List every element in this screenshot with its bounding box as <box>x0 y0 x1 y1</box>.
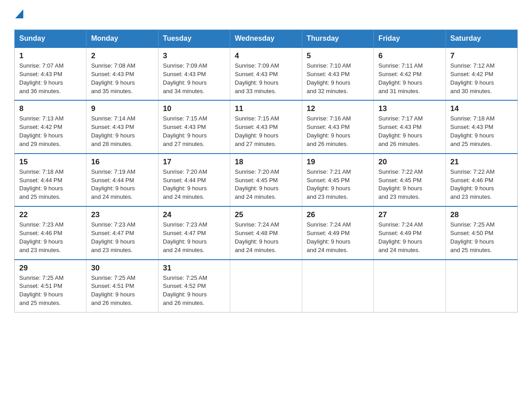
calendar-cell: 12 Sunrise: 7:16 AMSunset: 4:43 PMDaylig… <box>302 100 373 153</box>
calendar-cell: 8 Sunrise: 7:13 AMSunset: 4:42 PMDayligh… <box>15 100 86 153</box>
logo-triangle-icon <box>15 9 23 20</box>
calendar-cell: 25 Sunrise: 7:24 AMSunset: 4:48 PMDaylig… <box>230 206 302 259</box>
calendar-day-header: Tuesday <box>158 30 230 48</box>
calendar-cell: 23 Sunrise: 7:23 AMSunset: 4:47 PMDaylig… <box>86 206 158 259</box>
day-number: 29 <box>19 264 82 273</box>
calendar-cell: 24 Sunrise: 7:23 AMSunset: 4:47 PMDaylig… <box>158 206 230 259</box>
day-number: 24 <box>163 210 225 219</box>
calendar-table: SundayMondayTuesdayWednesdayThursdayFrid… <box>14 30 518 313</box>
calendar-day-header: Thursday <box>302 30 373 48</box>
calendar-cell: 30 Sunrise: 7:25 AMSunset: 4:51 PMDaylig… <box>86 260 158 313</box>
day-number: 7 <box>450 51 513 60</box>
day-info: Sunrise: 7:24 AMSunset: 4:49 PMDaylight:… <box>378 221 423 253</box>
day-number: 17 <box>163 158 225 167</box>
calendar-cell <box>374 260 446 313</box>
day-info: Sunrise: 7:22 AMSunset: 4:46 PMDaylight:… <box>450 168 495 201</box>
calendar-cell: 7 Sunrise: 7:12 AMSunset: 4:42 PMDayligh… <box>446 47 517 100</box>
calendar-cell: 13 Sunrise: 7:17 AMSunset: 4:43 PMDaylig… <box>374 100 446 153</box>
day-number: 2 <box>91 51 153 60</box>
day-number: 1 <box>19 51 82 60</box>
day-info: Sunrise: 7:19 AMSunset: 4:44 PMDaylight:… <box>91 168 135 201</box>
day-number: 20 <box>378 158 441 167</box>
day-info: Sunrise: 7:08 AMSunset: 4:43 PMDaylight:… <box>91 62 135 94</box>
day-number: 30 <box>91 264 153 273</box>
calendar-cell: 22 Sunrise: 7:23 AMSunset: 4:46 PMDaylig… <box>15 206 86 259</box>
calendar-week-row: 15 Sunrise: 7:18 AMSunset: 4:44 PMDaylig… <box>15 154 518 206</box>
calendar-day-header: Wednesday <box>230 30 302 48</box>
day-number: 10 <box>163 104 225 113</box>
day-number: 11 <box>235 104 297 113</box>
day-number: 9 <box>91 104 153 113</box>
calendar-day-header: Saturday <box>446 30 517 48</box>
calendar-cell: 31 Sunrise: 7:25 AMSunset: 4:52 PMDaylig… <box>158 260 230 313</box>
calendar-header-row: SundayMondayTuesdayWednesdayThursdayFrid… <box>15 30 518 48</box>
day-info: Sunrise: 7:14 AMSunset: 4:43 PMDaylight:… <box>91 115 135 147</box>
day-info: Sunrise: 7:25 AMSunset: 4:52 PMDaylight:… <box>163 274 207 307</box>
day-number: 16 <box>91 158 153 167</box>
calendar-cell: 20 Sunrise: 7:22 AMSunset: 4:45 PMDaylig… <box>374 154 446 206</box>
day-info: Sunrise: 7:25 AMSunset: 4:50 PMDaylight:… <box>450 221 495 253</box>
day-info: Sunrise: 7:25 AMSunset: 4:51 PMDaylight:… <box>19 274 64 307</box>
day-info: Sunrise: 7:18 AMSunset: 4:43 PMDaylight:… <box>450 115 495 147</box>
calendar-day-header: Monday <box>86 30 158 48</box>
calendar-cell: 9 Sunrise: 7:14 AMSunset: 4:43 PMDayligh… <box>86 100 158 153</box>
day-info: Sunrise: 7:23 AMSunset: 4:46 PMDaylight:… <box>19 221 64 253</box>
calendar-cell: 10 Sunrise: 7:15 AMSunset: 4:43 PMDaylig… <box>158 100 230 153</box>
day-number: 14 <box>450 104 513 113</box>
calendar-day-header: Friday <box>374 30 446 48</box>
day-number: 4 <box>235 51 297 60</box>
day-number: 27 <box>378 210 441 219</box>
day-info: Sunrise: 7:20 AMSunset: 4:44 PMDaylight:… <box>163 168 207 201</box>
calendar-cell: 29 Sunrise: 7:25 AMSunset: 4:51 PMDaylig… <box>15 260 86 313</box>
calendar-cell: 21 Sunrise: 7:22 AMSunset: 4:46 PMDaylig… <box>446 154 517 206</box>
day-number: 15 <box>19 158 82 167</box>
calendar-cell: 28 Sunrise: 7:25 AMSunset: 4:50 PMDaylig… <box>446 206 517 259</box>
calendar-cell: 19 Sunrise: 7:21 AMSunset: 4:45 PMDaylig… <box>302 154 373 206</box>
day-number: 5 <box>307 51 369 60</box>
day-info: Sunrise: 7:09 AMSunset: 4:43 PMDaylight:… <box>163 62 207 94</box>
day-number: 31 <box>163 264 225 273</box>
calendar-week-row: 29 Sunrise: 7:25 AMSunset: 4:51 PMDaylig… <box>15 260 518 313</box>
calendar-cell: 11 Sunrise: 7:15 AMSunset: 4:43 PMDaylig… <box>230 100 302 153</box>
logo <box>14 11 23 21</box>
day-number: 8 <box>19 104 82 113</box>
day-info: Sunrise: 7:24 AMSunset: 4:49 PMDaylight:… <box>307 221 351 253</box>
day-number: 19 <box>307 158 369 167</box>
day-info: Sunrise: 7:12 AMSunset: 4:42 PMDaylight:… <box>450 62 495 94</box>
svg-marker-0 <box>15 9 23 18</box>
calendar-cell: 14 Sunrise: 7:18 AMSunset: 4:43 PMDaylig… <box>446 100 517 153</box>
day-number: 22 <box>19 210 82 219</box>
day-number: 28 <box>450 210 513 219</box>
day-info: Sunrise: 7:25 AMSunset: 4:51 PMDaylight:… <box>91 274 135 307</box>
calendar-cell: 16 Sunrise: 7:19 AMSunset: 4:44 PMDaylig… <box>86 154 158 206</box>
calendar-cell: 5 Sunrise: 7:10 AMSunset: 4:43 PMDayligh… <box>302 47 373 100</box>
day-info: Sunrise: 7:23 AMSunset: 4:47 PMDaylight:… <box>163 221 207 253</box>
day-info: Sunrise: 7:18 AMSunset: 4:44 PMDaylight:… <box>19 168 64 201</box>
calendar-day-header: Sunday <box>15 30 86 48</box>
calendar-week-row: 8 Sunrise: 7:13 AMSunset: 4:42 PMDayligh… <box>15 100 518 153</box>
day-number: 13 <box>378 104 441 113</box>
day-number: 18 <box>235 158 297 167</box>
calendar-cell: 4 Sunrise: 7:09 AMSunset: 4:43 PMDayligh… <box>230 47 302 100</box>
day-number: 6 <box>378 51 441 60</box>
day-info: Sunrise: 7:13 AMSunset: 4:42 PMDaylight:… <box>19 115 64 147</box>
day-info: Sunrise: 7:15 AMSunset: 4:43 PMDaylight:… <box>235 115 279 147</box>
day-info: Sunrise: 7:20 AMSunset: 4:45 PMDaylight:… <box>235 168 279 201</box>
day-number: 23 <box>91 210 153 219</box>
calendar-cell <box>302 260 373 313</box>
day-info: Sunrise: 7:07 AMSunset: 4:43 PMDaylight:… <box>19 62 64 94</box>
calendar-cell: 2 Sunrise: 7:08 AMSunset: 4:43 PMDayligh… <box>86 47 158 100</box>
calendar-cell: 17 Sunrise: 7:20 AMSunset: 4:44 PMDaylig… <box>158 154 230 206</box>
calendar-cell: 26 Sunrise: 7:24 AMSunset: 4:49 PMDaylig… <box>302 206 373 259</box>
calendar-cell: 27 Sunrise: 7:24 AMSunset: 4:49 PMDaylig… <box>374 206 446 259</box>
calendar-week-row: 1 Sunrise: 7:07 AMSunset: 4:43 PMDayligh… <box>15 47 518 100</box>
calendar-cell: 18 Sunrise: 7:20 AMSunset: 4:45 PMDaylig… <box>230 154 302 206</box>
day-number: 21 <box>450 158 513 167</box>
day-info: Sunrise: 7:15 AMSunset: 4:43 PMDaylight:… <box>163 115 207 147</box>
calendar-cell <box>446 260 517 313</box>
day-info: Sunrise: 7:23 AMSunset: 4:47 PMDaylight:… <box>91 221 135 253</box>
day-info: Sunrise: 7:22 AMSunset: 4:45 PMDaylight:… <box>378 168 423 201</box>
day-info: Sunrise: 7:16 AMSunset: 4:43 PMDaylight:… <box>307 115 351 147</box>
calendar-cell <box>230 260 302 313</box>
calendar-cell: 3 Sunrise: 7:09 AMSunset: 4:43 PMDayligh… <box>158 47 230 100</box>
